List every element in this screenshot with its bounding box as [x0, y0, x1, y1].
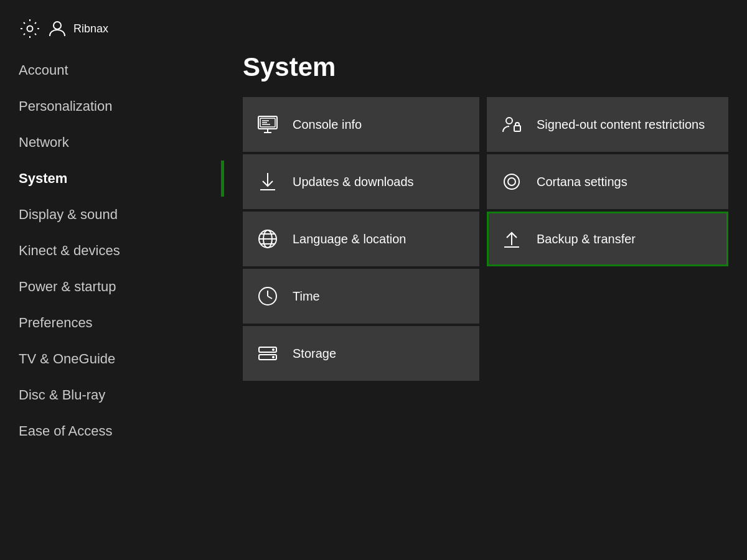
- svg-point-19: [272, 348, 275, 351]
- menu-item-storage[interactable]: Storage: [243, 326, 479, 381]
- upload-icon: [499, 226, 524, 251]
- svg-point-23: [504, 174, 519, 189]
- console-info-label: Console info: [293, 118, 362, 132]
- user-lock-icon: [499, 112, 524, 137]
- right-panel: Signed-out content restrictions Cortana …: [487, 97, 728, 541]
- clock-icon: [255, 284, 280, 309]
- cortana-icon: [499, 169, 524, 194]
- svg-point-1: [54, 22, 61, 29]
- user-avatar-icon[interactable]: [46, 17, 68, 40]
- language-location-label: Language & location: [293, 232, 406, 246]
- signed-out-content-label: Signed-out content restrictions: [537, 118, 705, 132]
- sidebar-label-network: Network: [19, 134, 69, 151]
- menu-item-console-info[interactable]: Console info: [243, 97, 479, 152]
- sidebar-label-tv-oneguide: TV & OneGuide: [19, 351, 115, 367]
- sidebar-item-ease-access[interactable]: Ease of Access: [19, 413, 224, 449]
- storage-icon: [255, 341, 280, 366]
- main-layout: Account Personalization Network System D…: [0, 52, 747, 560]
- menu-item-backup-transfer[interactable]: Backup & transfer: [487, 212, 728, 266]
- cortana-settings-label: Cortana settings: [537, 175, 627, 189]
- sidebar-label-ease-access: Ease of Access: [19, 423, 112, 439]
- panels-container: Console info Updates & downloads: [243, 97, 728, 541]
- menu-item-cortana-settings[interactable]: Cortana settings: [487, 154, 728, 209]
- sidebar-label-system: System: [19, 170, 67, 187]
- username-label: Ribnax: [73, 22, 108, 35]
- svg-point-24: [508, 178, 515, 185]
- content-area: System: [224, 52, 747, 560]
- header-icons: Ribnax: [19, 17, 108, 40]
- sidebar-label-personalization: Personalization: [19, 98, 112, 114]
- sidebar-label-display-sound: Display & sound: [19, 207, 118, 223]
- sidebar-item-system[interactable]: System: [19, 161, 224, 197]
- sidebar-item-power-startup[interactable]: Power & startup: [19, 269, 224, 305]
- time-label: Time: [293, 289, 320, 304]
- menu-item-updates-downloads[interactable]: Updates & downloads: [243, 154, 479, 209]
- storage-label: Storage: [293, 347, 336, 361]
- menu-item-time[interactable]: Time: [243, 269, 479, 324]
- sidebar-item-disc-bluray[interactable]: Disc & Blu-ray: [19, 377, 224, 413]
- sidebar-item-network[interactable]: Network: [19, 124, 224, 161]
- page-title: System: [243, 52, 728, 82]
- sidebar-item-preferences[interactable]: Preferences: [19, 305, 224, 341]
- sidebar-label-power-startup: Power & startup: [19, 279, 116, 295]
- menu-item-language-location[interactable]: Language & location: [243, 212, 479, 266]
- settings-icon[interactable]: [19, 17, 41, 40]
- header: Ribnax: [0, 0, 747, 52]
- sidebar-item-personalization[interactable]: Personalization: [19, 88, 224, 124]
- sidebar-item-kinect-devices[interactable]: Kinect & devices: [19, 233, 224, 269]
- svg-point-0: [27, 26, 33, 32]
- updates-downloads-label: Updates & downloads: [293, 175, 414, 189]
- backup-transfer-label: Backup & transfer: [537, 232, 636, 246]
- sidebar-item-account[interactable]: Account: [19, 52, 224, 88]
- sidebar-label-disc-bluray: Disc & Blu-ray: [19, 387, 105, 403]
- svg-point-21: [506, 118, 512, 124]
- monitor-icon: [255, 112, 280, 137]
- globe-icon: [255, 226, 280, 251]
- sidebar-label-account: Account: [19, 62, 68, 78]
- svg-line-16: [268, 296, 272, 299]
- menu-item-signed-out-content[interactable]: Signed-out content restrictions: [487, 97, 728, 152]
- sidebar-item-display-sound[interactable]: Display & sound: [19, 197, 224, 233]
- sidebar-item-tv-oneguide[interactable]: TV & OneGuide: [19, 341, 224, 377]
- sidebar-label-preferences: Preferences: [19, 315, 93, 331]
- left-panel: Console info Updates & downloads: [243, 97, 479, 541]
- sidebar: Account Personalization Network System D…: [0, 52, 224, 560]
- svg-point-20: [272, 356, 275, 358]
- download-icon: [255, 169, 280, 194]
- sidebar-label-kinect-devices: Kinect & devices: [19, 243, 120, 259]
- svg-rect-22: [514, 126, 520, 131]
